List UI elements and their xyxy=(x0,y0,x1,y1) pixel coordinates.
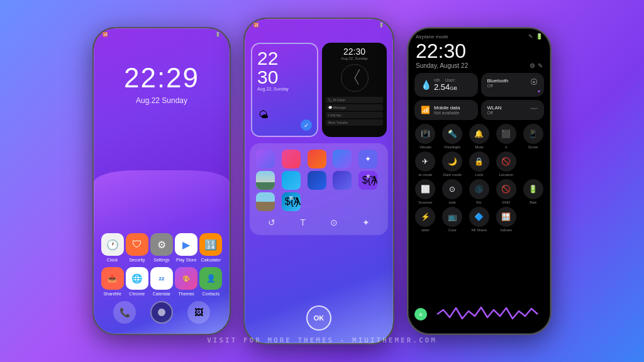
ctrl-dnd[interactable]: 🚫 DND xyxy=(494,179,518,204)
icon-pack-4[interactable] xyxy=(333,150,352,168)
icon-pack-11[interactable] xyxy=(256,192,275,211)
tile-wlan-title: WLAN xyxy=(487,105,502,111)
tile-data[interactable]: 💧 nth User: 2.54GB xyxy=(414,73,478,97)
tile-mobile-subtitle: Not available xyxy=(434,111,460,115)
ctrl-dark-mode[interactable]: 🌙 Dark mode xyxy=(440,151,465,177)
ctrl-cast[interactable]: 📺 Cast xyxy=(440,207,465,232)
settings-icon-ctrl[interactable]: ⚙ xyxy=(530,62,535,69)
ctrl-battery[interactable]: 🔋 Batt xyxy=(521,179,545,204)
icon-pack-2[interactable] xyxy=(282,150,301,168)
theme-card-black[interactable]: 22:30 Aug.22, Sunday 📞 Mi Dialer 💬 Messa… xyxy=(322,43,387,137)
app-contacts[interactable]: 👤 Contacts xyxy=(199,267,222,296)
icon-pack-6[interactable] xyxy=(256,171,275,190)
tool-download[interactable]: ⊙ xyxy=(330,217,338,228)
app-calendar[interactable]: 22 Calendar xyxy=(150,267,173,296)
icon-pack-row1: ✦ xyxy=(256,150,382,168)
tile-data-content: 💧 nth User: 2.54GB xyxy=(421,78,472,92)
icon-pack-picker: ✦ ${Array(9).fill('').join('')} ${Array(… xyxy=(250,143,388,235)
tool-more[interactable]: ✦ xyxy=(362,217,370,228)
tool-refresh[interactable]: ↺ xyxy=(268,217,275,228)
main-container: 📶 🔋 22:29 Aug.22 Sunday 🕐 Clock xyxy=(0,0,644,362)
app-security[interactable]: 🛡 Security xyxy=(126,233,148,262)
app-grid: 🕐 Clock 🛡 Security ⚙ Settings ▶ xyxy=(94,233,230,296)
dock-gallery[interactable]: 🖼 xyxy=(187,301,210,324)
airplane-mode-label: Airplane mode xyxy=(416,34,448,40)
ctrl-icon-grid-4: ⚡ sitter 📺 Cast 🔷 Mi Share 🪟 indows xyxy=(408,204,550,234)
ctrl-icon-grid-2: ✈ ie mode 🌙 Dark mode 🔒 Lock 🚫 Location xyxy=(408,149,550,179)
ctrl-screen-record[interactable]: ⬛ it xyxy=(494,124,518,149)
tile-data-label: nth User: xyxy=(434,78,457,82)
icon-pack-15 xyxy=(358,192,382,211)
mobile-icon: 📶 xyxy=(421,106,430,114)
purple-card-date: Aug.22, Sunday xyxy=(257,87,312,91)
tile-mobile-text: Mobile data Not available xyxy=(434,105,460,115)
ctrl-windows[interactable]: 🪟 indows xyxy=(494,207,518,232)
icon-pack-7[interactable] xyxy=(282,171,301,190)
ok-button[interactable]: OK xyxy=(306,305,331,331)
lock-time-display: 22:29 Aug.22 Sunday xyxy=(94,62,230,105)
tile-bt-subtitle: Off xyxy=(487,84,509,88)
control-header: Airplane mode ✎ 🔋 22:30 Sunday, August 2… xyxy=(408,28,550,69)
tile-bluetooth[interactable]: Bluetooth Off ⦿ ▾ xyxy=(481,73,545,97)
ctrl-header-actions: ⚙ ✎ xyxy=(530,62,543,69)
tile-wlan-subtitle: Off xyxy=(487,111,502,115)
ctrl-screenshot[interactable]: 📱 Scree xyxy=(521,124,545,149)
app-chrome[interactable]: 🌐 Chrome xyxy=(126,267,148,296)
app-clock[interactable]: 🕐 Clock xyxy=(101,233,124,262)
icon-pack-9[interactable] xyxy=(333,171,352,190)
ctrl-empty1 xyxy=(521,151,545,177)
icon-pack-12[interactable]: ${Array(9).fill('').join('')} xyxy=(282,192,301,211)
battery-header: 🔋 xyxy=(536,33,543,40)
tile-data-value: 2.54GB xyxy=(434,82,457,92)
app-calculator[interactable]: 🔢 Calculator xyxy=(199,233,222,262)
purple-card-time: 2230 xyxy=(257,49,312,87)
purple-card-emoji: 🌤 xyxy=(258,109,269,121)
black-card-date: Aug.22, Sunday xyxy=(326,57,383,60)
control-time: 22:30 xyxy=(416,41,543,61)
theme-card-purple[interactable]: 2230 Aug.22, Sunday 🌤 ✓ xyxy=(251,43,318,137)
card-checkmark: ✓ xyxy=(301,119,312,131)
ctrl-location[interactable]: 🚫 Location xyxy=(494,151,518,177)
edit-icon-ctrl[interactable]: ✎ xyxy=(538,62,543,69)
ctrl-re[interactable]: 🌑 Re: xyxy=(467,179,492,204)
theme-cards-area: 2230 Aug.22, Sunday 🌤 ✓ 22:30 Aug.22, Su… xyxy=(245,36,393,140)
app-shareme[interactable]: 📤 ShareMe xyxy=(101,267,124,296)
phone-control-center: Airplane mode ✎ 🔋 22:30 Sunday, August 2… xyxy=(407,27,552,335)
tile-wlan-content: WLAN Off 〰 xyxy=(487,105,538,115)
icon-pack-10[interactable]: ${Array(9).fill('').join('')} xyxy=(358,171,377,190)
black-card-menu: 📞 Mi Dialer 💬 Message Long tap... More T… xyxy=(322,94,387,128)
ctrl-airplane[interactable]: ✈ ie mode xyxy=(413,151,438,177)
dock-phone[interactable]: 📞 xyxy=(113,301,136,324)
tile-mobile-data[interactable]: 📶 Mobile data Not available xyxy=(414,100,478,120)
app-themes[interactable]: 🎨 Themes xyxy=(175,267,197,296)
ctrl-mute[interactable]: 🔔 Mute xyxy=(467,124,492,149)
tool-text[interactable]: T xyxy=(300,217,306,228)
ctrl-sitter[interactable]: ⚡ sitter xyxy=(413,207,438,232)
ctrl-icon-grid-3: ⬜ Scanner ⊙ iode 🌑 Re: 🚫 DND xyxy=(408,179,550,204)
icon-pack-3[interactable] xyxy=(308,150,326,168)
lock-time: 22:29 xyxy=(94,62,230,94)
ctrl-scanner[interactable]: ⬜ Scanner xyxy=(413,179,438,204)
ctrl-vibrate[interactable]: 📳 Vibrate xyxy=(413,124,438,149)
icon-pack-1[interactable] xyxy=(256,150,275,168)
app-playstore[interactable]: ▶ Play Store xyxy=(175,233,197,262)
bt-indicator: ▾ xyxy=(538,89,540,94)
dock-home[interactable] xyxy=(150,301,173,324)
ctrl-mishare[interactable]: 🔷 Mi Share xyxy=(467,207,492,232)
icon-pack-14 xyxy=(333,192,356,211)
icon-pack-8[interactable] xyxy=(308,171,326,190)
ctrl-mode2[interactable]: ⊙ iode xyxy=(440,179,465,204)
app-row-1: 🕐 Clock 🛡 Security ⚙ Settings ▶ xyxy=(100,233,223,262)
phone-lock-screen: 📶 🔋 22:29 Aug.22 Sunday 🕐 Clock xyxy=(92,27,231,335)
ctrl-lock[interactable]: 🔒 Lock xyxy=(467,151,492,177)
tile-wlan[interactable]: WLAN Off 〰 xyxy=(481,100,545,120)
control-tiles: 💧 nth User: 2.54GB Bluetooth xyxy=(408,69,550,124)
icon-pack-row3: ${Array(9).fill('').join('')} xyxy=(256,192,382,211)
ctrl-wave-area: A xyxy=(414,305,544,324)
ctrl-flashlight[interactable]: 🔦 Flashlight xyxy=(440,124,465,149)
tile-bt-content: Bluetooth Off ⦿ xyxy=(487,78,538,88)
header-icons: ✎ 🔋 xyxy=(528,33,543,40)
icon-pack-5[interactable]: ✦ xyxy=(358,150,377,168)
app-settings[interactable]: ⚙ Settings xyxy=(150,233,173,262)
edit-icon[interactable]: ✎ xyxy=(528,33,533,40)
